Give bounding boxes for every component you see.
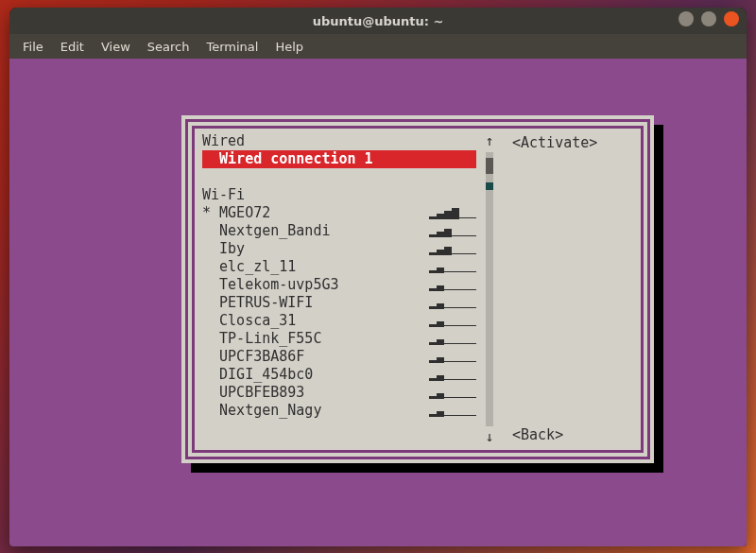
signal-icon — [429, 207, 476, 219]
activate-button[interactable]: <Activate> — [512, 134, 635, 152]
panel-border-inner: Wired Wired connection 1 Wi-Fi * MGEO72 … — [192, 126, 644, 453]
list-item-label: Telekom-uvp5G3 — [219, 276, 429, 294]
list-item-label: UPCBFEB893 — [219, 384, 429, 402]
scrollbar[interactable]: ↑ ↓ — [478, 129, 501, 450]
list-item[interactable]: elc_zl_11 — [202, 258, 476, 276]
section-wired-label: Wired — [202, 132, 476, 150]
list-item-label: TP-Link_F55C — [219, 330, 429, 348]
list-item-label: elc_zl_11 — [219, 258, 429, 276]
list-item[interactable]: TP-Link_F55C — [202, 330, 476, 348]
list-item-label: MGEO72 — [219, 204, 429, 222]
scroll-track[interactable] — [486, 152, 493, 426]
list-item[interactable]: DIGI_454bc0 — [202, 366, 476, 384]
menu-help[interactable]: Help — [267, 38, 311, 56]
terminal-viewport[interactable]: Wired Wired connection 1 Wi-Fi * MGEO72 … — [9, 59, 747, 546]
section-wifi-label: Wi-Fi — [202, 186, 476, 204]
signal-icon — [429, 261, 476, 273]
list-item-wired-1[interactable]: Wired connection 1 — [202, 150, 476, 168]
list-item-label: Iby — [219, 240, 429, 258]
action-column: <Activate> <Back> — [501, 129, 641, 450]
window-titlebar: ubuntu@ubuntu: ~ — [9, 8, 747, 34]
window-controls — [679, 11, 739, 26]
scroll-thumb[interactable] — [486, 158, 493, 174]
section-wired: Wired — [202, 132, 476, 150]
signal-icon — [429, 279, 476, 291]
list-item[interactable]: UPCF3BA86F — [202, 348, 476, 366]
maximize-button[interactable] — [701, 11, 716, 26]
blank-row — [202, 168, 476, 186]
nmtui-panel: Wired Wired connection 1 Wi-Fi * MGEO72 … — [181, 115, 654, 463]
back-button[interactable]: <Back> — [512, 426, 635, 444]
list-item[interactable]: Iby — [202, 240, 476, 258]
list-item[interactable]: PETRUS-WIFI — [202, 294, 476, 312]
signal-icon — [429, 297, 476, 309]
list-item[interactable]: Closca_31 — [202, 312, 476, 330]
menu-edit[interactable]: Edit — [53, 38, 92, 56]
scroll-up-icon[interactable]: ↑ — [485, 132, 493, 150]
connection-list[interactable]: Wired Wired connection 1 Wi-Fi * MGEO72 … — [195, 129, 478, 450]
panel-border-outer: Wired Wired connection 1 Wi-Fi * MGEO72 … — [185, 119, 650, 459]
minimize-button[interactable] — [679, 11, 694, 26]
scroll-mark — [486, 182, 493, 190]
list-item[interactable]: * MGEO72 — [202, 204, 476, 222]
signal-icon — [429, 387, 476, 399]
list-item-label: Nextgen_Nagy — [219, 402, 429, 420]
list-item[interactable]: UPCBFEB893 — [202, 384, 476, 402]
terminal-window: ubuntu@ubuntu: ~ File Edit View Search T… — [9, 8, 747, 546]
list-item-label: UPCF3BA86F — [219, 348, 429, 366]
signal-icon — [429, 333, 476, 345]
list-item-label: Wired connection 1 — [219, 150, 476, 168]
menu-file[interactable]: File — [15, 38, 51, 56]
list-item[interactable]: Nextgen_Bandi — [202, 222, 476, 240]
list-item-label: Nextgen_Bandi — [219, 222, 429, 240]
menu-terminal[interactable]: Terminal — [198, 38, 266, 56]
signal-icon — [429, 369, 476, 381]
signal-icon — [429, 225, 476, 237]
list-item[interactable]: Nextgen_Nagy — [202, 402, 476, 420]
signal-icon — [429, 405, 476, 417]
scroll-down-icon[interactable]: ↓ — [485, 428, 493, 446]
list-item[interactable]: Telekom-uvp5G3 — [202, 276, 476, 294]
signal-icon — [429, 243, 476, 255]
list-item-label: PETRUS-WIFI — [219, 294, 429, 312]
signal-icon — [429, 351, 476, 363]
signal-icon — [429, 315, 476, 327]
menu-search[interactable]: Search — [140, 38, 198, 56]
window-title: ubuntu@ubuntu: ~ — [9, 14, 747, 28]
section-wifi: Wi-Fi — [202, 186, 476, 204]
menu-view[interactable]: View — [94, 38, 138, 56]
menubar: File Edit View Search Terminal Help — [9, 34, 747, 59]
list-item-label: DIGI_454bc0 — [219, 366, 429, 384]
list-item-label: Closca_31 — [219, 312, 429, 330]
close-button[interactable] — [724, 11, 739, 26]
